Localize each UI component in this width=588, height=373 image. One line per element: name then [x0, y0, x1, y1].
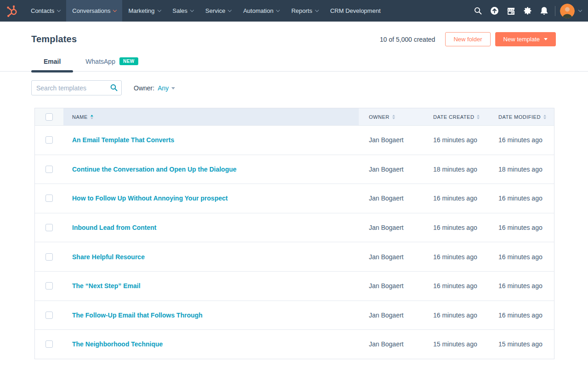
tab-whatsapp[interactable]: WhatsApp NEW	[73, 54, 150, 71]
table-row: The Follow-Up Email that Follows Through…	[35, 301, 554, 330]
nav-spacer	[387, 0, 469, 22]
column-header-label: OWNER	[369, 114, 390, 120]
table-body: An Email Template That Converts Jan Boga…	[35, 125, 554, 359]
date-created-cell: 16 minutes ago	[423, 136, 488, 144]
page-header: Templates 10 of 5,000 created New folder…	[0, 32, 588, 46]
owner-cell: Jan Bogaert	[359, 253, 423, 261]
column-header-label: DATE MODIFIED	[498, 114, 541, 120]
hubspot-logo[interactable]	[0, 0, 25, 22]
sort-icon	[543, 115, 546, 119]
column-header-date-modified[interactable]: DATE MODIFIED	[488, 108, 554, 125]
owner-cell: Jan Bogaert	[359, 136, 423, 144]
column-header-label: DATE CREATED	[433, 114, 474, 120]
nav-item-label: Automation	[243, 7, 273, 14]
template-name-link[interactable]: The Neighborhood Technique	[72, 340, 163, 348]
template-name-link[interactable]: Share Helpful Resource	[72, 253, 145, 261]
row-checkbox[interactable]	[45, 282, 53, 289]
row-select-cell	[35, 340, 63, 348]
template-name-link[interactable]: The “Next Step” Email	[72, 282, 141, 289]
search-icon[interactable]	[469, 0, 486, 22]
nav-item-automation[interactable]: Automation	[237, 0, 285, 22]
date-modified-cell: 16 minutes ago	[488, 282, 554, 289]
template-name-cell: How to Follow Up Without Annoying Your p…	[63, 195, 359, 202]
nav-divider	[555, 6, 555, 16]
row-checkbox[interactable]	[45, 195, 53, 202]
settings-icon[interactable]	[519, 0, 536, 22]
tab-email[interactable]: Email	[31, 54, 73, 71]
column-header-label: NAME	[72, 114, 88, 120]
caret-down-icon	[171, 87, 175, 89]
chevron-down-icon	[57, 8, 61, 11]
template-name-cell: Continue the Conversation and Open Up th…	[63, 166, 359, 173]
template-name-cell: Share Helpful Resource	[63, 253, 359, 261]
template-name-link[interactable]: Inbound Lead from Content	[72, 224, 157, 231]
chevron-down-icon	[315, 8, 318, 11]
owner-filter: Owner: Any	[134, 84, 175, 92]
usage-count-text: 10 of 5,000 created	[380, 36, 435, 43]
nav-item-conversations[interactable]: Conversations	[66, 0, 122, 22]
filter-toolbar: Owner: Any	[0, 80, 588, 95]
owner-filter-label: Owner:	[134, 84, 154, 92]
date-created-cell: 15 minutes ago	[423, 340, 488, 348]
table-row: Share Helpful Resource Jan Bogaert 16 mi…	[35, 242, 554, 271]
owner-cell: Jan Bogaert	[359, 195, 423, 202]
search-input[interactable]	[31, 80, 122, 95]
table-row: Continue the Conversation and Open Up th…	[35, 155, 554, 184]
template-name-cell: Inbound Lead from Content	[63, 224, 359, 231]
template-name-link[interactable]: The Follow-Up Email that Follows Through	[72, 312, 203, 319]
header-actions: 10 of 5,000 created New folder New templ…	[380, 32, 556, 46]
account-menu[interactable]	[560, 0, 588, 22]
nav-item-label: Sales	[173, 7, 188, 14]
select-all-checkbox[interactable]	[45, 113, 53, 121]
sort-icon	[392, 115, 395, 119]
row-checkbox[interactable]	[45, 340, 53, 348]
row-select-cell	[35, 166, 63, 173]
new-template-button[interactable]: New template	[495, 32, 556, 46]
sort-icon	[90, 115, 93, 119]
column-header-name[interactable]: NAME	[63, 108, 359, 125]
nav-item-service[interactable]: Service	[199, 0, 237, 22]
date-created-cell: 16 minutes ago	[423, 282, 488, 289]
marketplace-icon[interactable]	[503, 0, 519, 22]
row-checkbox[interactable]	[45, 253, 53, 261]
date-modified-cell: 16 minutes ago	[488, 195, 554, 202]
owner-filter-dropdown[interactable]: Any	[158, 84, 175, 92]
row-checkbox[interactable]	[45, 312, 53, 319]
template-name-cell: The Neighborhood Technique	[63, 340, 359, 348]
chevron-down-icon	[190, 8, 194, 11]
nav-item-reports[interactable]: Reports	[285, 0, 324, 22]
date-created-cell: 16 minutes ago	[423, 195, 488, 202]
row-select-cell	[35, 195, 63, 202]
template-name-link[interactable]: An Email Template That Converts	[72, 136, 174, 144]
notifications-icon[interactable]	[536, 0, 552, 22]
new-badge: NEW	[119, 57, 138, 65]
nav-item-crm-development[interactable]: CRM Development	[324, 0, 387, 22]
search-icon[interactable]	[110, 84, 118, 93]
row-checkbox[interactable]	[45, 224, 53, 231]
nav-item-sales[interactable]: Sales	[167, 0, 200, 22]
column-header-date-created[interactable]: DATE CREATED	[423, 108, 488, 125]
nav-item-marketing[interactable]: Marketing	[122, 0, 166, 22]
row-select-cell	[35, 253, 63, 261]
date-created-cell: 16 minutes ago	[423, 253, 488, 261]
template-name-cell: The “Next Step” Email	[63, 282, 359, 289]
template-name-link[interactable]: Continue the Conversation and Open Up th…	[72, 166, 237, 173]
page-title: Templates	[31, 34, 77, 45]
owner-cell: Jan Bogaert	[359, 282, 423, 289]
date-modified-cell: 15 minutes ago	[488, 340, 554, 348]
nav-item-contacts[interactable]: Contacts	[25, 0, 66, 22]
chevron-down-icon	[578, 8, 582, 11]
column-header-owner[interactable]: OWNER	[359, 108, 423, 125]
chevron-down-icon	[157, 8, 161, 11]
template-name-link[interactable]: How to Follow Up Without Annoying Your p…	[72, 195, 228, 202]
upgrade-icon[interactable]	[486, 0, 503, 22]
hubspot-sprocket-icon	[6, 5, 18, 17]
sort-icon	[477, 115, 480, 119]
row-checkbox[interactable]	[45, 136, 53, 144]
table-row: The “Next Step” Email Jan Bogaert 16 min…	[35, 271, 554, 301]
tab-email-label: Email	[44, 58, 61, 65]
search-box	[31, 80, 122, 95]
row-checkbox[interactable]	[45, 166, 53, 173]
chevron-down-icon	[228, 8, 232, 11]
new-folder-button[interactable]: New folder	[445, 32, 490, 46]
